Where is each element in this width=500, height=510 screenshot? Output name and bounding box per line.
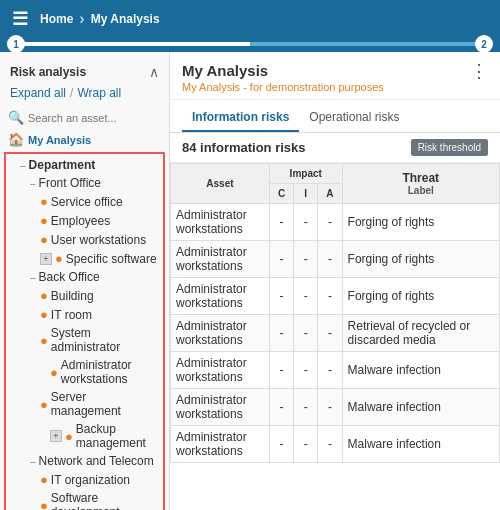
cell-c: - (269, 241, 293, 278)
sidebar-item-service-office[interactable]: ● Service office (8, 192, 161, 211)
cell-label: Malware infection (342, 352, 499, 389)
orange-dot-icon: ● (40, 397, 48, 412)
collapse-icon[interactable]: ∧ (149, 64, 159, 80)
tree-root[interactable]: 🏠 My Analysis (0, 129, 169, 150)
content-area: My Analysis My Analysis - for demonstrat… (170, 52, 500, 510)
col-asset: Asset (171, 164, 270, 204)
cell-a: - (318, 278, 342, 315)
sidebar-item-user-workstations[interactable]: ● User workstations (8, 230, 161, 249)
content-title-block: My Analysis My Analysis - for demonstrat… (182, 62, 384, 93)
risk-count-row: 84 information risks Risk threshold (170, 133, 500, 163)
cell-label: Forging of rights (342, 278, 499, 315)
cell-i: - (294, 352, 318, 389)
main-layout: Risk analysis ∧ Expand all / Wrap all 🔍 … (0, 52, 500, 510)
cell-asset: Administrator workstations (171, 278, 270, 315)
risk-table: Asset Impact Threat Label C I A Administ… (170, 163, 500, 463)
dash-icon: – (30, 456, 36, 467)
cell-label: Forging of rights (342, 241, 499, 278)
sidebar-item-admin-workstations[interactable]: ● Administrator workstations (8, 356, 161, 388)
sidebar-item-it-room[interactable]: ● IT room (8, 305, 161, 324)
step-1-dot[interactable]: 1 (7, 35, 25, 53)
content-header: My Analysis My Analysis - for demonstrat… (170, 52, 500, 100)
wrap-all-link[interactable]: Wrap all (77, 86, 121, 100)
orange-dot-icon: ● (50, 365, 58, 380)
sidebar-item-software-development[interactable]: ● Software development (8, 489, 161, 510)
cell-c: - (269, 352, 293, 389)
cell-asset: Administrator workstations (171, 315, 270, 352)
cell-a: - (318, 315, 342, 352)
cell-i: - (294, 389, 318, 426)
tree-container: – Department – Front Office ● Service of… (4, 152, 165, 510)
menu-icon[interactable]: ☰ (12, 8, 28, 30)
table-row: Administrator workstations - - - Forging… (171, 241, 500, 278)
sidebar-item-employees[interactable]: ● Employees (8, 211, 161, 230)
cell-i: - (294, 426, 318, 463)
search-input[interactable] (28, 112, 161, 124)
sidebar-item-it-organization[interactable]: ● IT organization (8, 470, 161, 489)
table-row: Administrator workstations - - - Retriev… (171, 315, 500, 352)
content-subtitle: My Analysis - for demonstration purposes (182, 81, 384, 93)
table-row: Administrator workstations - - - Malware… (171, 426, 500, 463)
cell-c: - (269, 278, 293, 315)
tree-root-label: My Analysis (28, 134, 91, 146)
orange-dot-icon: ● (40, 307, 48, 322)
orange-dot-icon: ● (40, 498, 48, 511)
sidebar-item-building[interactable]: ● Building (8, 286, 161, 305)
expand-all-link[interactable]: Expand all (10, 86, 66, 100)
risk-threshold-button[interactable]: Risk threshold (411, 139, 488, 156)
cell-label: Malware infection (342, 389, 499, 426)
search-bar: 🔍 (0, 106, 169, 129)
sidebar-item-front-office[interactable]: – Front Office (8, 174, 161, 192)
cell-label: Retrieval of recycled or discarded media (342, 315, 499, 352)
step-2-dot[interactable]: 2 (475, 35, 493, 53)
more-options-icon[interactable]: ⋮ (470, 62, 488, 80)
orange-dot-icon: ● (40, 472, 48, 487)
cell-label: Malware infection (342, 426, 499, 463)
progress-bar: 1 2 (0, 38, 500, 52)
cell-c: - (269, 426, 293, 463)
sidebar-item-specific-software[interactable]: + ● Specific software (8, 249, 161, 268)
sidebar-item-system-administrator[interactable]: ● System administrator (8, 324, 161, 356)
expand-icon[interactable]: + (40, 253, 52, 265)
content-title: My Analysis (182, 62, 384, 79)
cell-label: Forging of rights (342, 204, 499, 241)
risk-count-label: 84 information risks (182, 140, 306, 155)
cell-i: - (294, 278, 318, 315)
cell-asset: Administrator workstations (171, 389, 270, 426)
cell-a: - (318, 204, 342, 241)
table-row: Administrator workstations - - - Forging… (171, 204, 500, 241)
expand-icon[interactable]: + (50, 430, 62, 442)
col-threat: Threat Label (342, 164, 499, 204)
sidebar-item-network-telecom[interactable]: – Network and Telecom (8, 452, 161, 470)
orange-dot-icon: ● (55, 251, 63, 266)
orange-dot-icon: ● (40, 194, 48, 209)
orange-dot-icon: ● (65, 429, 73, 444)
tab-operational-risks[interactable]: Operational risks (299, 106, 409, 132)
orange-dot-icon: ● (40, 333, 48, 348)
breadcrumb-separator: › (79, 10, 84, 28)
search-icon: 🔍 (8, 110, 24, 125)
orange-dot-icon: ● (40, 213, 48, 228)
sidebar-item-back-office[interactable]: – Back Office (8, 268, 161, 286)
sidebar-title: Risk analysis (10, 65, 86, 79)
table-row: Administrator workstations - - - Malware… (171, 389, 500, 426)
tab-information-risks[interactable]: Information risks (182, 106, 299, 132)
sidebar-item-server-management[interactable]: ● Server management (8, 388, 161, 420)
col-i: I (294, 184, 318, 204)
table-row: Administrator workstations - - - Forging… (171, 278, 500, 315)
orange-dot-icon: ● (40, 288, 48, 303)
sidebar-controls: Expand all / Wrap all (0, 86, 169, 106)
cell-a: - (318, 352, 342, 389)
cell-i: - (294, 241, 318, 278)
cell-c: - (269, 389, 293, 426)
page-title: My Analysis (91, 12, 160, 26)
cell-c: - (269, 204, 293, 241)
app-header: ☰ Home › My Analysis (0, 0, 500, 38)
cell-a: - (318, 389, 342, 426)
cell-i: - (294, 204, 318, 241)
home-link[interactable]: Home (40, 12, 73, 26)
cell-asset: Administrator workstations (171, 426, 270, 463)
dash-icon: – (30, 272, 36, 283)
sidebar-header: Risk analysis ∧ (0, 60, 169, 86)
sidebar-item-backup-management[interactable]: + ● Backup management (8, 420, 161, 452)
